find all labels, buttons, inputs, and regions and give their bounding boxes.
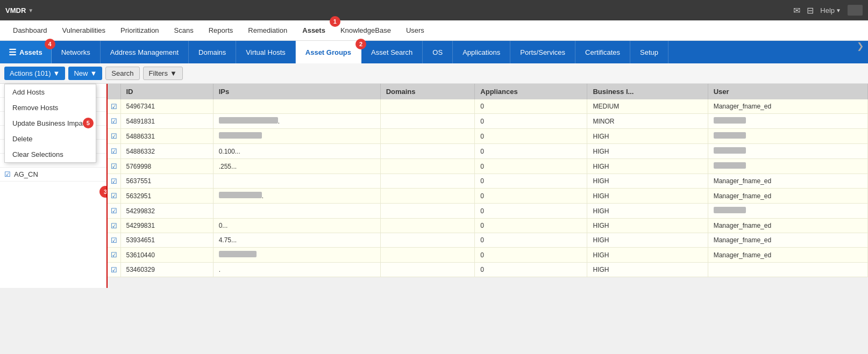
tab-ports-services[interactable]: Ports/Services [510, 41, 575, 63]
cell-user: Manager_fname_ed [708, 99, 867, 114]
cell-ips [213, 248, 380, 263]
cell-domains [380, 159, 475, 174]
table-row: ☑ 5637551 0 HIGH Manager_fname_ed [108, 174, 868, 189]
actions-button[interactable]: Actions (101) ▼ [4, 67, 65, 80]
step-badge-1: 1 [330, 16, 340, 27]
row-checkbox[interactable]: ☑ [111, 132, 117, 140]
dropdown-clear-selections[interactable]: Clear Selections [5, 147, 96, 162]
cell-ips: 4.75... [213, 233, 380, 248]
cell-appliances: 0 [475, 114, 587, 129]
cell-user: Manager_fname_ed [708, 174, 867, 189]
dropdown-delete[interactable]: Delete [5, 131, 96, 147]
cell-user [708, 129, 867, 144]
table-container: ID IPs Domains Appliances Business I... … [108, 84, 868, 288]
cell-id: 5769998 [120, 159, 213, 174]
nav-item-prioritization[interactable]: Prioritization [113, 20, 167, 41]
nav-item-scans[interactable]: Scans [167, 20, 201, 41]
nav-item-remediation[interactable]: Remediation [240, 20, 295, 41]
cell-id: 54886331 [120, 129, 213, 144]
nav-item-knowledgebase[interactable]: KnowledgeBase [333, 20, 399, 41]
cell-appliances: 0 [475, 248, 587, 263]
row-checkbox[interactable]: ☑ [111, 192, 117, 200]
search-button[interactable]: Search [105, 67, 139, 80]
tab-asset-groups[interactable]: Asset Groups 2 [296, 41, 361, 63]
cell-ips: 0.100... [213, 144, 380, 159]
dropdown-add-hosts[interactable]: Add Hosts [5, 84, 96, 100]
cell-ips: . [213, 263, 380, 277]
cell-appliances: 0 [475, 233, 587, 248]
col-domains: Domains [380, 84, 475, 99]
row-checkbox[interactable]: ☑ [111, 117, 117, 125]
checkbox-icon: ☑ [4, 170, 11, 178]
tab-certificates[interactable]: Certificates [575, 41, 630, 63]
tab-networks[interactable]: Networks [52, 41, 101, 63]
mail-icon[interactable]: ✉ [793, 5, 800, 16]
tab-setup[interactable]: Setup [630, 41, 668, 63]
nav-bar: Dashboard Vulnerabilities Prioritization… [0, 20, 868, 41]
row-checkbox[interactable]: ☑ [111, 147, 117, 155]
cell-appliances: 0 [475, 189, 587, 204]
row-checkbox[interactable]: ☑ [111, 236, 117, 244]
row-checkbox[interactable]: ☑ [111, 207, 117, 215]
table-row: ☑ 53934651 4.75... 0 HIGH Manager_fname_… [108, 233, 868, 248]
cell-business: HIGH [587, 189, 708, 204]
filters-button[interactable]: Filters ▼ [143, 67, 183, 80]
nav-item-vulnerabilities[interactable]: Vulnerabilities [55, 20, 113, 41]
dropdown-update-business-impact[interactable]: Update Business Impact 5 [5, 115, 96, 131]
cell-appliances: 0 [475, 159, 587, 174]
col-ips: IPs [213, 84, 380, 99]
sidebar-item-ag-cn[interactable]: ☑ AG_CN [0, 168, 106, 182]
cell-appliances: 0 [475, 174, 587, 189]
row-checkbox[interactable]: ☑ [111, 177, 117, 185]
subnav-assets[interactable]: ☰ Assets 4 [0, 41, 52, 63]
row-checkbox[interactable]: ☑ [111, 103, 117, 111]
cell-domains [380, 233, 475, 248]
row-checkbox[interactable]: ☑ [111, 251, 117, 259]
dropdown-remove-hosts[interactable]: Remove Hosts [5, 100, 96, 115]
tab-asset-search[interactable]: Asset Search [361, 41, 423, 63]
cell-user: Manager_fname_ed [708, 189, 867, 204]
cell-business: HIGH [587, 144, 708, 159]
app-logo[interactable]: VMDR ▼ [5, 6, 33, 15]
cell-ips [213, 99, 380, 114]
cell-id: 5632951 [120, 189, 213, 204]
cell-ips: . [213, 189, 380, 204]
cell-domains [380, 189, 475, 204]
cell-id: 5637551 [120, 174, 213, 189]
scroll-right-icon[interactable]: ❯ [857, 41, 868, 63]
new-button[interactable]: New ▼ [68, 67, 102, 80]
cell-domains [380, 219, 475, 233]
help-button[interactable]: Help ▼ [820, 6, 841, 15]
tab-applications[interactable]: Applications [453, 41, 510, 63]
cell-user [708, 144, 867, 159]
tab-address-management[interactable]: Address Management [101, 41, 189, 63]
nav-item-assets[interactable]: Assets 1 [295, 20, 333, 41]
sub-nav: ☰ Assets 4 Networks Address Management D… [0, 41, 868, 63]
cell-appliances: 0 [475, 144, 587, 159]
tab-domains[interactable]: Domains [189, 41, 236, 63]
row-checkbox[interactable]: ☑ [111, 266, 117, 274]
cell-business: MINOR [587, 114, 708, 129]
user-icon[interactable] [848, 5, 863, 16]
col-appliances: Appliances [475, 84, 587, 99]
row-checkbox[interactable]: ☑ [111, 162, 117, 170]
row-checkbox[interactable]: ☑ [111, 222, 117, 230]
cell-business: HIGH [587, 204, 708, 219]
nav-item-reports[interactable]: Reports [201, 20, 241, 41]
help-dropdown-arrow: ▼ [836, 8, 841, 13]
tab-virtual-hosts[interactable]: Virtual Hosts [236, 41, 295, 63]
cell-appliances: 0 [475, 204, 587, 219]
calendar-icon[interactable]: ⊟ [807, 5, 814, 16]
nav-item-dashboard[interactable]: Dashboard [5, 20, 55, 41]
table-row: ☑ 54891831 . 0 MINOR [108, 114, 868, 129]
top-bar-left: VMDR ▼ [5, 6, 33, 15]
cell-appliances: 0 [475, 263, 587, 277]
col-business: Business I... [587, 84, 708, 99]
table-row: ☑ 54886332 0.100... 0 HIGH [108, 144, 868, 159]
cell-id: 54886332 [120, 144, 213, 159]
cell-user: Manager_fname_ed [708, 219, 867, 233]
tab-os[interactable]: OS [423, 41, 453, 63]
cell-user [708, 204, 867, 219]
nav-item-users[interactable]: Users [399, 20, 432, 41]
cell-user: Manager_fname_ed [708, 233, 867, 248]
